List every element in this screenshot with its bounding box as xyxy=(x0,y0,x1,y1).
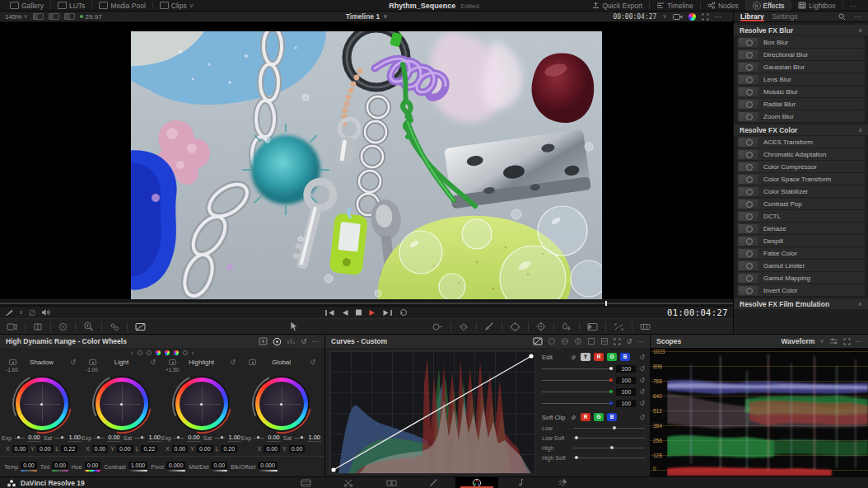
blue-channel-button[interactable]: B xyxy=(620,353,630,361)
reset-icon[interactable]: ↺ xyxy=(639,365,645,373)
stabilization-icon[interactable] xyxy=(432,322,443,331)
fusion-page-button[interactable] xyxy=(413,477,455,488)
tab-settings[interactable]: Settings xyxy=(772,12,798,21)
more-icon[interactable]: ··· xyxy=(715,12,722,21)
fx-item-box-blur[interactable]: Box Blur xyxy=(737,36,865,48)
expand-icon[interactable] xyxy=(702,13,709,21)
exp-value[interactable]: 0.00 xyxy=(187,434,201,442)
fx-item-gamut-limiter[interactable]: Gamut Limiter xyxy=(737,260,865,271)
fx-item-aces-transform[interactable]: ACES Transform xyxy=(737,136,865,148)
reference-wipe-icon[interactable] xyxy=(135,322,146,331)
fx-item-color-stabilizer[interactable]: Color Stabilizer xyxy=(737,185,865,197)
high-slider[interactable] xyxy=(573,446,645,450)
power-window-icon[interactable] xyxy=(510,322,520,331)
luts-button[interactable]: LUTs xyxy=(51,0,91,11)
nodes-button[interactable]: Nodes xyxy=(701,0,745,11)
keyframe-icon[interactable] xyxy=(459,322,469,331)
highlight-zone-icon[interactable] xyxy=(169,359,176,365)
l-value[interactable]: 0.22 xyxy=(61,445,77,453)
y-value[interactable]: 0.00 xyxy=(289,445,306,453)
sat-value[interactable]: 1.00 xyxy=(68,434,82,442)
cut-page-button[interactable] xyxy=(327,477,370,488)
red-channel-button[interactable]: R xyxy=(594,353,604,361)
enhanced-viewer-icon[interactable] xyxy=(64,13,75,20)
skip-last-button[interactable] xyxy=(383,309,393,317)
effects-button[interactable]: fxEffects xyxy=(746,0,791,11)
reset-icon[interactable]: ↺ xyxy=(639,414,645,421)
fx-item-lens-blur[interactable]: Lens Blur xyxy=(737,73,865,85)
light-color-wheel[interactable] xyxy=(96,378,148,430)
more-icon[interactable]: ··· xyxy=(856,337,863,345)
magnifier-icon[interactable] xyxy=(83,321,94,331)
fx-item-contrast-pop[interactable]: Contrast Pop xyxy=(737,198,865,209)
expand-icon[interactable] xyxy=(614,338,621,345)
blue-gain-value[interactable]: 100 xyxy=(616,400,636,407)
section-resolve-fx-color[interactable]: Resolve FX Color ∧ xyxy=(734,124,868,135)
versions-icon[interactable] xyxy=(110,322,119,331)
reset-icon[interactable]: ↺ xyxy=(639,377,645,384)
x-value[interactable]: 0.00 xyxy=(264,445,280,453)
y-value[interactable]: 0.00 xyxy=(37,445,54,453)
hue-vs-lum-icon[interactable] xyxy=(574,337,582,345)
sat-slider[interactable] xyxy=(54,436,65,440)
shadow-zone-icon[interactable] xyxy=(9,359,16,365)
chevron-down-icon[interactable]: ∨ xyxy=(662,13,666,20)
luma-gain-value[interactable]: 100 xyxy=(616,365,636,373)
light-zone-icon[interactable] xyxy=(89,359,96,365)
highlight-icon[interactable] xyxy=(58,322,68,331)
pager-dot[interactable] xyxy=(147,350,152,355)
loop-button[interactable] xyxy=(399,308,408,317)
bars-mode-icon[interactable] xyxy=(287,337,296,345)
pager-back-icon[interactable]: ‹ xyxy=(131,350,133,357)
scope-settings-icon[interactable] xyxy=(829,337,838,345)
skip-first-button[interactable] xyxy=(325,309,335,317)
scope-mode-select[interactable]: Waveform xyxy=(782,337,815,345)
expand-icon[interactable] xyxy=(843,338,851,345)
fx-item-dctl[interactable]: DCTL xyxy=(737,210,865,222)
wheels-mode-icon[interactable] xyxy=(273,337,282,346)
contrast-value[interactable]: 1.000 xyxy=(128,462,148,469)
single-viewer-icon[interactable] xyxy=(33,13,44,20)
media-pool-button[interactable]: Media Pool xyxy=(92,0,152,11)
exp-value[interactable]: 0.00 xyxy=(27,434,41,442)
low-slider[interactable] xyxy=(573,426,645,430)
tab-library[interactable]: Library xyxy=(740,12,764,21)
curve-preset-icon[interactable] xyxy=(533,337,543,345)
play-reverse-button[interactable] xyxy=(342,309,349,317)
fx-item-invert-color[interactable]: Invert Color xyxy=(737,284,865,296)
x-value[interactable]: 0.00 xyxy=(172,445,189,453)
y-value[interactable]: 0.00 xyxy=(197,445,213,453)
add-zone-icon[interactable] xyxy=(259,337,268,345)
hue-vs-hue-icon[interactable] xyxy=(548,337,556,345)
link-icon[interactable] xyxy=(570,354,577,361)
search-icon[interactable] xyxy=(838,13,846,21)
deliver-page-button[interactable] xyxy=(541,477,584,488)
fx-item-radial-blur[interactable]: Radial Blur xyxy=(737,98,865,110)
stereo-3d-icon[interactable] xyxy=(640,322,651,331)
l-value[interactable]: 0.22 xyxy=(141,445,157,453)
pager-dot-active[interactable] xyxy=(156,350,161,355)
blue-gain-slider[interactable] xyxy=(542,401,613,406)
hue-value[interactable]: 0.00 xyxy=(85,462,101,469)
quick-export-button[interactable]: Quick Export xyxy=(586,0,649,11)
temp-value[interactable]: 0.00 xyxy=(21,462,37,469)
sat-value[interactable]: 1.00 xyxy=(227,434,241,442)
more-icon[interactable]: ··· xyxy=(312,337,320,345)
pager-dot[interactable] xyxy=(138,350,142,355)
split-viewer-icon[interactable] xyxy=(49,13,59,20)
fx-item-gamut-mapping[interactable]: Gamut Mapping xyxy=(737,272,865,284)
tracker-icon[interactable] xyxy=(536,321,546,331)
sat-slider[interactable] xyxy=(134,436,145,440)
green-gain-slider[interactable] xyxy=(542,390,613,394)
wipe-modes-icon[interactable] xyxy=(33,322,43,331)
exp-slider[interactable] xyxy=(14,436,25,440)
soft-clip-blue-button[interactable]: B xyxy=(607,413,617,421)
lightbox-button[interactable]: Lightbox xyxy=(791,0,842,11)
chevron-down-icon[interactable]: ∨ xyxy=(819,338,824,345)
reset-icon[interactable]: ↺ xyxy=(301,337,306,345)
reset-icon[interactable]: ↺ xyxy=(639,400,645,407)
stop-button[interactable] xyxy=(356,309,362,316)
gallery-button[interactable]: Gallery xyxy=(3,0,50,11)
annotate-pen-icon[interactable] xyxy=(5,308,14,317)
section-resolve-fx-blur[interactable]: Resolve FX Blur ∧ xyxy=(734,25,868,35)
